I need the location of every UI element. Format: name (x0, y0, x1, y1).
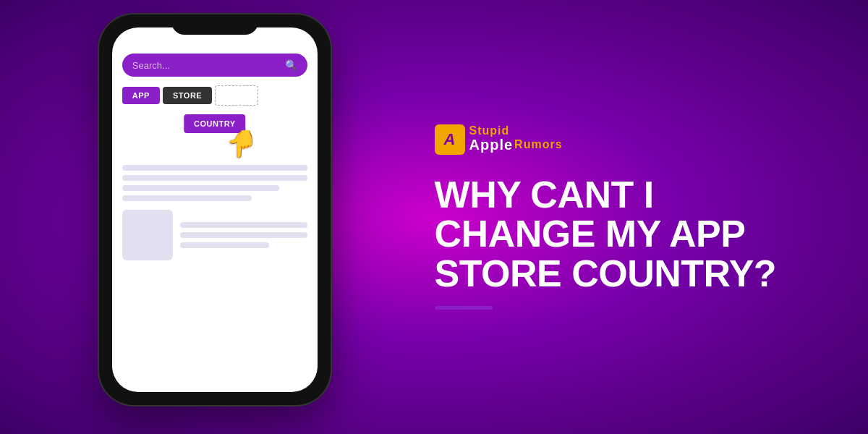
card-line-2 (180, 232, 307, 238)
content-line-3 (122, 185, 280, 191)
phone-mockup: Search... 🔍 APP STORE COUNTRY 👇 (92, 14, 338, 420)
tab-store[interactable]: STORE (163, 87, 212, 104)
tab-empty (215, 85, 258, 106)
tab-app[interactable]: APP (122, 87, 160, 104)
page-container: Search... 🔍 APP STORE COUNTRY 👇 (0, 0, 868, 434)
logo-line2: Apple Rumors (469, 137, 563, 153)
phone-frame: Search... 🔍 APP STORE COUNTRY 👇 (99, 14, 331, 405)
search-bar[interactable]: Search... 🔍 (122, 54, 307, 77)
headline-line2: CHANGE MY APP (435, 214, 777, 254)
site-logo: A Stupid Apple Rumors (435, 124, 777, 155)
card-thumbnail (122, 210, 173, 260)
tab-bar: APP STORE (122, 85, 307, 106)
accent-underline (435, 306, 493, 310)
logo-apple: Apple (469, 137, 514, 153)
card-text-lines (180, 210, 307, 260)
headline-line1: WHY CANT I (435, 175, 777, 215)
search-icon: 🔍 (285, 59, 297, 71)
card-area (122, 210, 307, 260)
search-placeholder: Search... (132, 60, 285, 71)
content-line-4 (122, 195, 252, 201)
logo-icon: A (435, 124, 465, 155)
logo-rumors: Rumors (514, 138, 562, 151)
content-line-1 (122, 165, 307, 171)
phone-screen: Search... 🔍 APP STORE COUNTRY 👇 (112, 27, 318, 392)
logo-stupid: Stupid (469, 124, 563, 137)
phone-notch (171, 14, 258, 35)
card-line-1 (180, 222, 307, 228)
headline-line3: STORE COUNTRY? (435, 254, 777, 294)
content-lines (122, 165, 307, 201)
logo-text: Stupid Apple Rumors (469, 124, 563, 153)
headline: WHY CANT I CHANGE MY APP STORE COUNTRY? (435, 175, 777, 294)
hand-cursor-icon: 👇 (226, 129, 258, 159)
country-area: COUNTRY 👇 (122, 114, 307, 158)
content-line-2 (122, 175, 307, 181)
right-panel: A Stupid Apple Rumors WHY CANT I CHANGE … (435, 124, 777, 310)
card-line-3 (180, 242, 269, 248)
